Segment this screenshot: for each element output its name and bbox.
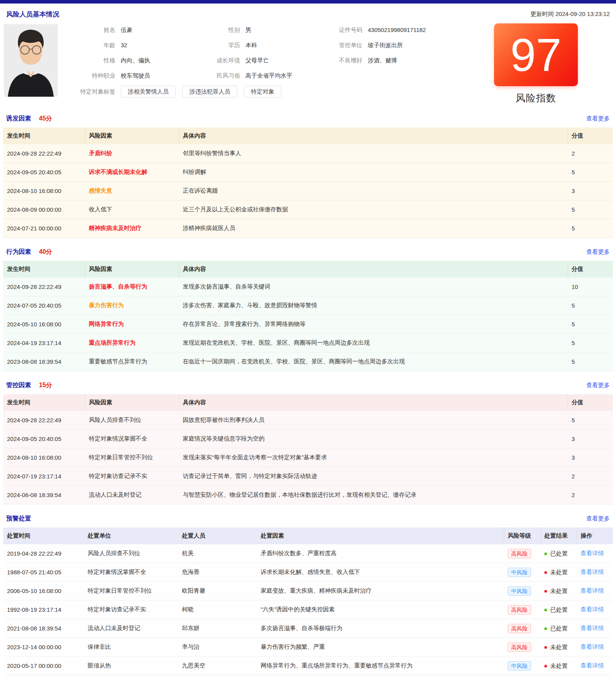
risk-factor: 收入低下 (85, 200, 179, 219)
column-header: 风险等级 (504, 528, 540, 544)
view-detail-link[interactable]: 查看详情 (581, 643, 604, 650)
disposal-factor: 网络异常行为、重点场所异常行为、重要敏感节点异常行为 (257, 657, 504, 675)
factor-score: 2 (568, 486, 613, 505)
trigger-factors-table: 发生时间风险因素具体内容分值2024-09-28 22:22:49矛盾纠纷邻里等… (3, 127, 613, 238)
field-value: 高于全省平均水平 (245, 71, 292, 80)
risk-level-badge: 高风险 (508, 605, 531, 614)
status-dot-icon (544, 552, 547, 555)
field-value: 父母早亡 (245, 56, 269, 65)
disposal-unit: 特定对象访查记录不实 (84, 600, 178, 619)
occur-time: 2024-08-09 00:00:00 (3, 200, 85, 219)
risk-factor: 诉求不满或长期未化解 (85, 163, 179, 182)
table-header-row: 处置时间处置单位处置人员处置因素风险等级处置结果操作 (3, 528, 613, 544)
table-row: 2019-04-28 22:22:49风险人员排查不到位杭美矛盾纠纷次数多、严重… (3, 544, 613, 563)
profile-info: 姓名伍豪性别男证件号码430502199809171182年龄32学历本科管控单… (74, 24, 495, 97)
disposal-time: 1992-08-19 23:17:14 (3, 600, 84, 619)
view-more-link[interactable]: 查看更多 (586, 115, 610, 122)
behavior-factors-table: 发生时间风险因素具体内容分值2024-09-28 22:22:49扬言滋事、自杀… (3, 261, 613, 371)
field-label: 民风习俗 (203, 71, 240, 80)
risk-factor: 重要敏感节点异常行为 (85, 352, 179, 371)
action-cell: 查看详情 (577, 638, 613, 657)
factor-score: 5 (568, 315, 613, 334)
table-row: 2024-07-19 23:17:14特定对象访查记录不实访查记录过于简单、雷同… (3, 467, 613, 486)
risk-factor: 特定对象日常管控不到位 (85, 448, 179, 467)
factor-score: 5 (568, 163, 613, 182)
factor-detail: 发现未落实“每半年全面走访考察一次特定对象”基本要求 (179, 448, 568, 467)
field-label: 成长环境 (203, 56, 240, 65)
risk-score-value: 97 (494, 23, 578, 86)
table-row: 2020-05-17 00:00:00眼须从热九思美空网络异常行为、重点场所异常… (3, 657, 613, 675)
disposal-result-text: 未处置 (550, 588, 568, 595)
factor-detail: 家庭情况等关键信息字段为空的 (179, 430, 568, 448)
factor-detail: 访查记录过于简单、雷同，与特定对象实际活动轨迹 (179, 467, 568, 486)
person-photo (4, 24, 58, 97)
view-detail-link[interactable]: 查看详情 (581, 662, 604, 669)
section-head: 诱发因素45分查看更多 (3, 115, 613, 127)
risk-index-box: 97 风险指数 (494, 23, 578, 104)
column-header: 处置时间 (3, 528, 84, 544)
disposal-result-cell: 未处置 (540, 638, 577, 657)
disposal-result: 已处置 (544, 625, 568, 632)
section-score: 40分 (39, 248, 52, 256)
field-label: 特种职业 (74, 71, 115, 80)
view-more-link[interactable]: 查看更多 (586, 248, 610, 256)
occur-time: 2024-09-28 22:22:49 (3, 278, 85, 296)
risk-factor: 特定对象情况掌握不全 (85, 430, 179, 448)
risk-factor: 扬言滋事、自杀等行为 (85, 278, 179, 296)
occur-time: 2024-07-19 23:17:14 (3, 467, 85, 486)
profile-panel: 姓名伍豪性别男证件号码430502199809171182年龄32学历本科管控单… (3, 23, 613, 104)
section-trigger-factors: 诱发因素45分查看更多发生时间风险因素具体内容分值2024-09-28 22:2… (3, 115, 613, 238)
disposal-factor: 家庭变故、重大疾病、精神疾病未及时治疗 (257, 582, 504, 600)
view-detail-link[interactable]: 查看详情 (581, 568, 604, 575)
disposal-person: 危海善 (178, 563, 257, 582)
action-cell: 查看详情 (577, 600, 613, 619)
disposal-unit: 风险人员排查不到位 (84, 544, 178, 563)
table-row: 2024-06-08 18:39:54流动人口未及时登记与智慧安防小区、物业登记… (3, 486, 613, 505)
factor-score: 5 (568, 200, 613, 219)
risk-factor: 特定对象访查记录不实 (85, 467, 179, 486)
risk-factor: 网络异常行为 (85, 315, 179, 334)
disposal-table: 处置时间处置单位处置人员处置因素风险等级处置结果操作2019-04-28 22:… (3, 528, 613, 675)
risk-level-badge: 高风险 (508, 549, 531, 558)
view-more-link[interactable]: 查看更多 (586, 382, 610, 389)
table-row: 2023-12-14 00:00:00保律非比率与治暴力伤害行为频繁、严重高风险… (3, 638, 613, 657)
column-header: 处置结果 (540, 528, 577, 544)
risk-level-cell: 高风险 (504, 638, 540, 657)
disposal-result-cell: 已处置 (540, 544, 577, 563)
risk-level-cell: 中风险 (504, 582, 540, 600)
column-header: 处置单位 (84, 528, 178, 544)
risk-score-label: 风险指数 (494, 92, 578, 104)
view-detail-link[interactable]: 查看详情 (581, 606, 604, 613)
disposal-result-text: 未处置 (550, 662, 568, 670)
disposal-result: 未处置 (544, 662, 568, 670)
disposal-result: 已处置 (544, 550, 568, 558)
section-title: 管控因素 (6, 381, 31, 389)
section-head: 预警处置查看更多 (3, 515, 613, 528)
column-header: 处置因素 (257, 528, 504, 544)
factor-detail: 因故意犯罪被作出刑事判决人员 (179, 411, 568, 430)
disposal-unit: 眼须从热 (84, 657, 178, 675)
table-row: 2024-07-05 20:40:05暴力伤害行为涉多次伤害、家庭暴力、斗殴、故… (3, 296, 613, 315)
column-header: 分值 (568, 127, 613, 144)
disposal-factor: 诉求长期未化解、感情失意、收入低下 (257, 563, 504, 582)
disposal-time: 2006-05-10 16:08:00 (3, 582, 84, 600)
disposal-factor: 多次扬言滋事、自杀等极端行为 (257, 619, 504, 638)
profile-field: 性别男 (203, 26, 331, 34)
factor-score: 2 (568, 467, 613, 486)
table-header-row: 发生时间风险因素具体内容分值 (3, 261, 613, 278)
disposal-time: 2020-05-17 00:00:00 (3, 657, 84, 675)
profile-field: 年龄32 (74, 41, 203, 50)
special-object-tag: 涉相关警情人员 (121, 86, 176, 97)
view-detail-link[interactable]: 查看详情 (581, 625, 604, 631)
view-detail-link[interactable]: 查看详情 (581, 587, 604, 594)
view-more-link[interactable]: 查看更多 (586, 515, 610, 522)
view-detail-link[interactable]: 查看详情 (581, 550, 604, 556)
risk-factor: 重点场所异常行为 (85, 334, 179, 352)
factor-score: 2 (568, 144, 613, 163)
table-header-row: 发生时间风险因素具体内容分值 (3, 127, 613, 144)
person-photo-image (4, 24, 58, 97)
field-label: 学历 (203, 41, 240, 50)
field-label: 年龄 (74, 41, 115, 50)
risk-level-cell: 中风险 (504, 657, 540, 675)
profile-field: 证件号码430502199809171182 (331, 26, 495, 34)
